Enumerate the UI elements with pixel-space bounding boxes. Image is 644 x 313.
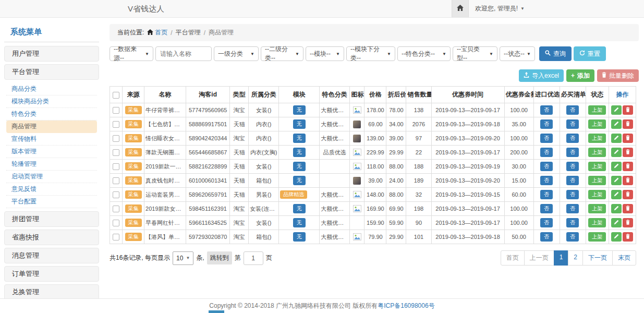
page-number-1[interactable]: 1 xyxy=(554,250,569,266)
import-select-toggle[interactable]: 否 xyxy=(540,134,553,143)
sidebar-subitem-5[interactable]: 版本管理 xyxy=(6,146,97,158)
status-badge[interactable]: 上架 xyxy=(588,218,606,227)
name-input[interactable] xyxy=(155,46,212,61)
row-checkbox[interactable] xyxy=(113,107,119,114)
level2-category-select[interactable]: --二级分类--▼ xyxy=(261,46,303,61)
delete-button[interactable] xyxy=(623,148,633,157)
sidebar-subitem-2[interactable]: 特色分类 xyxy=(6,108,97,121)
row-checkbox[interactable] xyxy=(113,121,119,128)
sidebar-item-0[interactable]: 用户管理 xyxy=(4,46,99,62)
row-checkbox[interactable] xyxy=(113,220,119,226)
row-checkbox[interactable] xyxy=(113,135,119,142)
import-select-toggle[interactable]: 否 xyxy=(540,162,553,171)
status-badge[interactable]: 上架 xyxy=(588,190,606,199)
sidebar-subitem-4[interactable]: 宣传物料 xyxy=(6,133,97,146)
must-buy-toggle[interactable]: 否 xyxy=(566,218,579,227)
delete-button[interactable] xyxy=(623,119,633,129)
jump-to-button[interactable]: 跳转到 xyxy=(207,251,232,264)
status-badge[interactable]: 上架 xyxy=(588,148,606,157)
edit-button[interactable] xyxy=(611,176,622,185)
import-select-toggle[interactable]: 否 xyxy=(540,176,553,185)
edit-button[interactable] xyxy=(611,218,622,227)
delete-button[interactable] xyxy=(623,190,633,199)
edit-button[interactable] xyxy=(611,232,622,242)
status-badge[interactable]: 上架 xyxy=(588,134,606,143)
must-buy-toggle[interactable]: 否 xyxy=(566,162,579,171)
edit-button[interactable] xyxy=(611,204,622,213)
import-select-toggle[interactable]: 否 xyxy=(540,232,553,242)
row-checkbox[interactable] xyxy=(113,177,119,184)
delete-button[interactable] xyxy=(623,218,633,227)
prev-page-button[interactable]: 上一页 xyxy=(524,250,554,266)
first-page-button[interactable]: 首页 xyxy=(501,250,525,266)
must-buy-toggle[interactable]: 否 xyxy=(566,232,579,242)
must-buy-toggle[interactable]: 否 xyxy=(566,134,579,143)
sidebar-subitem-8[interactable]: 意见反馈 xyxy=(6,183,97,196)
must-buy-toggle[interactable]: 否 xyxy=(566,119,579,129)
user-menu[interactable]: 欢迎您, 管理员! ▼ xyxy=(469,4,531,13)
status-badge[interactable]: 上架 xyxy=(588,119,606,129)
row-checkbox[interactable] xyxy=(113,191,119,198)
sidebar-item-3[interactable]: 省惠快报 xyxy=(4,230,99,245)
icp-link[interactable]: 粤ICP备16098006号 xyxy=(378,302,434,310)
delete-button[interactable] xyxy=(623,162,633,171)
delete-button[interactable] xyxy=(623,232,633,242)
import-select-toggle[interactable]: 否 xyxy=(540,190,553,199)
import-select-toggle[interactable]: 否 xyxy=(540,105,553,115)
import-select-toggle[interactable]: 否 xyxy=(540,218,553,227)
must-buy-toggle[interactable]: 否 xyxy=(566,176,579,185)
module-subcategory-select[interactable]: --模块下分类--▼ xyxy=(346,46,395,61)
level1-category-select[interactable]: 一级分类▼ xyxy=(214,46,259,61)
sidebar-subitem-9[interactable]: 平台配置 xyxy=(6,196,97,208)
status-badge[interactable]: 上架 xyxy=(588,176,606,185)
sidebar-subitem-0[interactable]: 商品分类 xyxy=(6,83,97,95)
row-checkbox[interactable] xyxy=(113,163,119,170)
must-buy-toggle[interactable]: 否 xyxy=(566,204,579,213)
sidebar-item-4[interactable]: 消息管理 xyxy=(4,248,99,263)
sidebar-subitem-7[interactable]: 启动页管理 xyxy=(6,171,97,183)
delete-button[interactable] xyxy=(623,176,633,185)
data-source-select[interactable]: --数据来源--▼ xyxy=(110,46,153,61)
must-buy-toggle[interactable]: 否 xyxy=(566,148,579,157)
status-select[interactable]: --状态--▼ xyxy=(500,46,535,61)
edit-button[interactable] xyxy=(611,134,622,143)
sidebar-item-5[interactable]: 订单管理 xyxy=(4,266,99,282)
delete-button[interactable] xyxy=(623,134,633,143)
edit-button[interactable] xyxy=(611,190,622,199)
feature-category-select[interactable]: --特色分类--▼ xyxy=(397,46,451,61)
status-badge[interactable]: 上架 xyxy=(588,162,606,171)
search-button[interactable]: 查询 xyxy=(539,46,572,61)
add-button[interactable]: + 添加 xyxy=(566,69,594,82)
batch-delete-button[interactable]: 批量删除 xyxy=(597,69,639,82)
row-checkbox[interactable] xyxy=(113,149,119,156)
import-select-toggle[interactable]: 否 xyxy=(540,204,553,213)
import-select-toggle[interactable]: 否 xyxy=(540,148,553,157)
sidebar-item-6[interactable]: 兑换管理 xyxy=(4,284,99,300)
sidebar-subitem-3[interactable]: 商品管理 xyxy=(6,121,97,133)
sidebar-subitem-6[interactable]: 轮播管理 xyxy=(6,158,97,171)
must-buy-toggle[interactable]: 否 xyxy=(566,105,579,115)
home-button[interactable] xyxy=(452,0,469,17)
sidebar-item-1[interactable]: 平台管理 xyxy=(4,64,99,80)
select-all-checkbox[interactable] xyxy=(113,92,119,99)
jump-page-input[interactable] xyxy=(244,251,263,265)
module-select[interactable]: --模块--▼ xyxy=(306,46,344,61)
edit-button[interactable] xyxy=(611,105,622,115)
page-number-2[interactable]: 2 xyxy=(568,250,583,266)
delete-button[interactable] xyxy=(623,204,633,213)
row-checkbox[interactable] xyxy=(113,206,119,212)
reset-button[interactable]: 重置 xyxy=(574,46,606,61)
status-badge[interactable]: 上架 xyxy=(588,204,606,213)
edit-button[interactable] xyxy=(611,119,622,129)
edit-button[interactable] xyxy=(611,162,622,171)
status-badge[interactable]: 上架 xyxy=(588,232,606,242)
item-type-select[interactable]: --宝贝类型--▼ xyxy=(453,46,497,61)
page-size-select[interactable]: 10 ▼ xyxy=(173,251,193,265)
import-excel-button[interactable]: 导入excel xyxy=(519,69,564,82)
edit-button[interactable] xyxy=(611,148,622,157)
must-buy-toggle[interactable]: 否 xyxy=(566,190,579,199)
delete-button[interactable] xyxy=(623,105,633,115)
row-checkbox[interactable] xyxy=(113,234,119,240)
sidebar-item-2[interactable]: 拼团管理 xyxy=(4,211,99,227)
import-select-toggle[interactable]: 否 xyxy=(540,119,553,129)
